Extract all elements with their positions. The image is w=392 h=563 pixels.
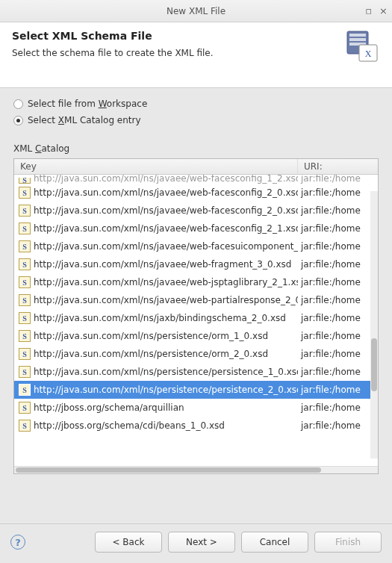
- column-key[interactable]: Key: [14, 159, 298, 174]
- radio-icon: [13, 116, 23, 125]
- wizard-banner: Select XML Schema File Select the schema…: [0, 22, 392, 88]
- schema-icon: S: [19, 384, 31, 396]
- schema-icon: S: [19, 240, 31, 252]
- spacer: [13, 474, 379, 517]
- schema-icon: S: [19, 276, 31, 288]
- schema-icon: S: [19, 312, 31, 324]
- schema-icon: S: [19, 178, 31, 184]
- table-row[interactable]: Shttp://java.sun.com/xml/ns/persistence/…: [14, 345, 378, 363]
- table-row[interactable]: Shttp://java.sun.com/xml/ns/persistence/…: [14, 327, 378, 345]
- svg-rect-1: [349, 34, 366, 37]
- radio-catalog[interactable]: Select XML Catalog entry: [13, 115, 379, 125]
- row-uri: jar:file:/home: [298, 241, 378, 252]
- titlebar: New XML File ▫ ×: [0, 0, 392, 22]
- row-key: http://jboss.org/schema/arquillian: [34, 402, 298, 413]
- radio-icon: [13, 99, 23, 109]
- row-key: http://java.sun.com/xml/ns/persistence/o…: [34, 331, 298, 341]
- window-title: New XML File: [167, 6, 225, 16]
- finish-button: Finish: [314, 532, 382, 553]
- table-row[interactable]: Shttp://java.sun.com/xml/ns/jaxb/binding…: [14, 309, 378, 327]
- row-uri: jar:file:/home: [298, 277, 378, 287]
- row-uri: jar:file:/home: [298, 331, 378, 341]
- svg-rect-2: [349, 38, 366, 41]
- table-row[interactable]: Shttp://java.sun.com/xml/ns/javaee/web-f…: [14, 175, 378, 184]
- table-row[interactable]: Shttp://java.sun.com/xml/ns/javaee/web-f…: [14, 255, 378, 273]
- source-radio-group: Select file from Workspace Select XML Ca…: [13, 99, 379, 131]
- row-uri: jar:file:/home: [298, 187, 378, 198]
- row-uri: jar:file:/home: [298, 205, 378, 216]
- vertical-scrollbar[interactable]: [370, 191, 378, 458]
- row-key: http://java.sun.com/xml/ns/jaxb/bindings…: [34, 313, 298, 323]
- table-row[interactable]: Shttp://java.sun.com/xml/ns/javaee/web-f…: [14, 220, 378, 237]
- row-key: http://java.sun.com/xml/ns/javaee/web-fa…: [34, 205, 298, 216]
- table-body: Shttp://java.sun.com/xml/ns/javaee/web-f…: [14, 175, 378, 466]
- window-controls: ▫ ×: [365, 5, 388, 16]
- row-uri: jar:file:/home: [298, 259, 378, 270]
- column-uri[interactable]: URI:: [298, 159, 378, 174]
- schema-icon: S: [19, 187, 31, 199]
- banner-subheading: Select the schema file to create the XML…: [12, 48, 380, 58]
- catalog-section-label: XML Catalog: [13, 143, 379, 154]
- row-uri: jar:file:/home: [298, 295, 378, 305]
- row-key: http://java.sun.com/xml/ns/persistence/o…: [34, 349, 298, 359]
- table-row[interactable]: Shttp://java.sun.com/xml/ns/persistence/…: [14, 381, 378, 399]
- radio-workspace[interactable]: Select file from Workspace: [13, 99, 379, 109]
- table-row[interactable]: Shttp://jboss.org/schema/arquillianjar:f…: [14, 399, 378, 417]
- row-key: http://java.sun.com/xml/ns/javaee/web-fa…: [34, 187, 298, 198]
- back-button[interactable]: < Back: [95, 532, 162, 553]
- row-uri: jar:file:/home: [298, 367, 378, 377]
- row-uri: jar:file:/home: [298, 402, 378, 413]
- row-uri: jar:file:/home: [298, 420, 378, 431]
- radio-workspace-label: Select file from Workspace: [28, 99, 147, 109]
- svg-text:X: X: [365, 49, 372, 59]
- row-uri: jar:file:/home: [298, 223, 378, 234]
- schema-icon: S: [19, 294, 31, 306]
- dialog-window: New XML File ▫ × Select XML Schema File …: [0, 0, 392, 563]
- xml-file-icon: X: [346, 30, 380, 64]
- row-key: http://java.sun.com/xml/ns/javaee/web-fr…: [34, 259, 298, 270]
- schema-icon: S: [19, 330, 31, 342]
- schema-icon: S: [19, 402, 31, 414]
- schema-icon: S: [19, 205, 31, 217]
- schema-icon: S: [19, 420, 31, 432]
- horizontal-scrollbar[interactable]: [14, 466, 378, 473]
- minimize-icon[interactable]: ▫: [365, 5, 372, 16]
- row-key: http://java.sun.com/xml/ns/javaee/web-fa…: [34, 241, 298, 252]
- content-area: Select file from Workspace Select XML Ca…: [0, 88, 392, 523]
- help-button[interactable]: ?: [10, 535, 25, 550]
- cancel-button[interactable]: Cancel: [241, 532, 308, 553]
- table-header: Key URI:: [14, 159, 378, 175]
- row-uri: jar:file:/home: [298, 175, 378, 184]
- table-row[interactable]: Shttp://java.sun.com/xml/ns/persistence/…: [14, 363, 378, 381]
- close-icon[interactable]: ×: [379, 5, 388, 16]
- schema-icon: S: [19, 366, 31, 378]
- table-row[interactable]: Shttp://jboss.org/schema/cdi/beans_1_0.x…: [14, 417, 378, 435]
- row-key: http://java.sun.com/xml/ns/persistence/p…: [34, 367, 298, 377]
- scrollbar-thumb[interactable]: [371, 338, 377, 392]
- table-row[interactable]: Shttp://java.sun.com/xml/ns/javaee/web-f…: [14, 184, 378, 202]
- row-key: http://jboss.org/schema/cdi/beans_1_0.xs…: [34, 420, 298, 431]
- row-key: http://java.sun.com/xml/ns/javaee/web-js…: [34, 277, 298, 287]
- scrollbar-thumb[interactable]: [16, 467, 321, 473]
- table-row[interactable]: Shttp://java.sun.com/xml/ns/javaee/web-p…: [14, 291, 378, 309]
- row-key: http://java.sun.com/xml/ns/javaee/web-fa…: [34, 175, 298, 184]
- schema-icon: S: [19, 348, 31, 360]
- banner-heading: Select XML Schema File: [12, 30, 380, 42]
- row-uri: jar:file:/home: [298, 385, 378, 395]
- radio-catalog-label: Select XML Catalog entry: [28, 115, 141, 125]
- next-button[interactable]: Next >: [168, 532, 235, 553]
- row-key: http://java.sun.com/xml/ns/persistence/p…: [34, 385, 298, 395]
- schema-icon: S: [19, 258, 31, 270]
- row-key: http://java.sun.com/xml/ns/javaee/web-pa…: [34, 295, 298, 305]
- schema-icon: S: [19, 223, 31, 234]
- row-uri: jar:file:/home: [298, 349, 378, 359]
- catalog-table: Key URI: Shttp://java.sun.com/xml/ns/jav…: [13, 158, 379, 474]
- table-row[interactable]: Shttp://java.sun.com/xml/ns/javaee/web-j…: [14, 273, 378, 291]
- table-row[interactable]: Shttp://java.sun.com/xml/ns/javaee/web-f…: [14, 202, 378, 220]
- table-row[interactable]: Shttp://java.sun.com/xml/ns/javaee/web-f…: [14, 237, 378, 255]
- row-uri: jar:file:/home: [298, 313, 378, 323]
- button-bar: ? < Back Next > Cancel Finish: [0, 523, 392, 563]
- row-key: http://java.sun.com/xml/ns/javaee/web-fa…: [34, 223, 298, 234]
